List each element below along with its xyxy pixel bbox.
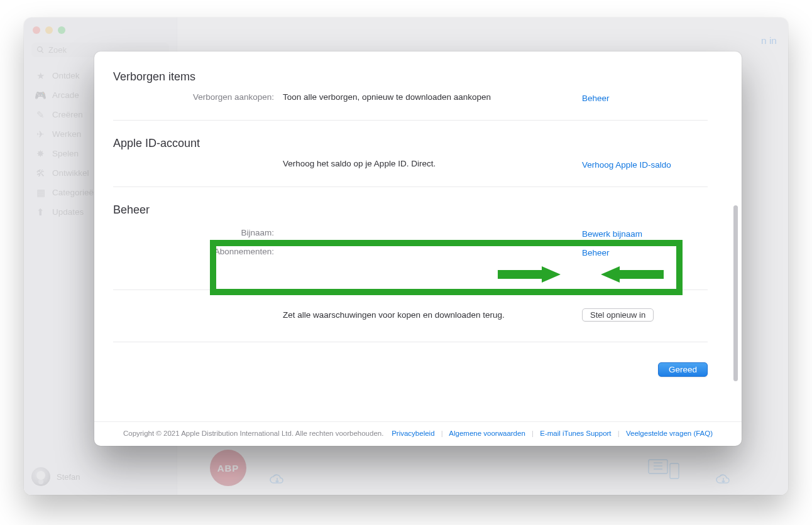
- modal-footer: Copyright © 2021 Apple Distribution Inte…: [94, 421, 742, 446]
- row-nickname: Bijnaam: Bewerk bijnaam: [113, 228, 708, 244]
- add-funds-link[interactable]: Verhoog Apple ID-saldo: [582, 160, 671, 170]
- terms-link[interactable]: Algemene voorwaarden: [449, 430, 525, 437]
- row-value: Toon alle verborgen, opnieuw te download…: [283, 92, 582, 102]
- faq-link[interactable]: Veelgestelde vragen (FAQ): [626, 430, 713, 437]
- reset-warnings-text: Zet alle waarschuwingen voor kopen en do…: [283, 310, 582, 320]
- reset-warnings-button[interactable]: Stel opnieuw in: [582, 308, 654, 322]
- edit-nickname-link[interactable]: Bewerk bijnaam: [582, 229, 642, 239]
- row-label: Abonnementen:: [113, 247, 283, 256]
- row-label: Verborgen aankopen:: [113, 92, 283, 102]
- account-settings-modal: Verborgen items Verborgen aankopen: Toon…: [94, 51, 742, 446]
- row-hidden-purchases: Verborgen aankopen: Toon alle verborgen,…: [113, 92, 708, 109]
- row-value: Verhoog het saldo op je Apple ID. Direct…: [283, 159, 582, 168]
- copyright-text: Copyright © 2021 Apple Distribution Inte…: [123, 430, 383, 437]
- section-title-apple-id: Apple ID-account: [113, 137, 708, 150]
- done-button[interactable]: Gereed: [658, 362, 708, 377]
- row-reset-warnings: Zet alle waarschuwingen voor kopen en do…: [113, 306, 708, 323]
- row-label: Bijnaam:: [113, 228, 283, 237]
- scrollbar-thumb[interactable]: [733, 205, 738, 381]
- divider: [113, 290, 708, 290]
- manage-subscriptions-link[interactable]: Beheer: [582, 248, 610, 257]
- support-link[interactable]: E-mail iTunes Support: [540, 430, 611, 437]
- row-apple-id-funds: Verhoog het saldo op je Apple ID. Direct…: [113, 159, 708, 175]
- privacy-link[interactable]: Privacybeleid: [392, 430, 434, 437]
- divider: [113, 120, 708, 121]
- row-subscriptions: Abonnementen: Beheer: [113, 247, 708, 263]
- section-title-hidden-items: Verborgen items: [113, 70, 708, 84]
- manage-hidden-link[interactable]: Beheer: [582, 94, 610, 103]
- divider: [113, 187, 708, 187]
- section-title-manage: Beheer: [113, 203, 708, 217]
- divider: [113, 342, 708, 342]
